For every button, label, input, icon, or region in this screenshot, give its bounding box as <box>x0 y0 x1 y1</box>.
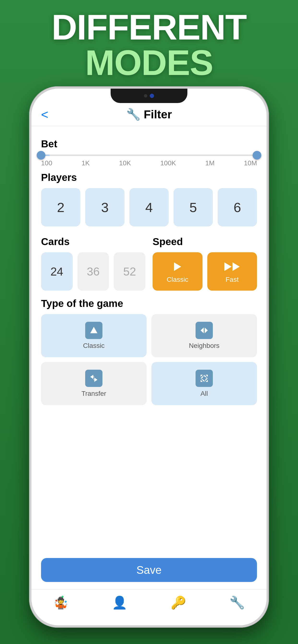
tick-1k: 1K <box>82 159 90 167</box>
tab-item-jester[interactable]: 🤹 <box>32 594 90 611</box>
game-type-transfer[interactable]: Transfer <box>41 362 146 405</box>
all-icon <box>196 370 213 387</box>
slider-thumb-right[interactable] <box>253 151 261 160</box>
card-count-row: 24 36 52 <box>41 252 145 290</box>
svg-marker-2 <box>205 328 208 333</box>
game-type-all[interactable]: All <box>152 362 257 405</box>
speed-row: Classic Fast <box>153 252 257 290</box>
slider-thumb-left[interactable] <box>37 151 45 160</box>
tick-1m: 1M <box>205 159 215 167</box>
speed-col: Speed Classic <box>153 231 257 290</box>
all-type-label: All <box>200 390 208 398</box>
back-button[interactable]: < <box>41 107 48 122</box>
bet-slider[interactable]: 100 1K 10K 100K 1M 10M <box>41 154 257 167</box>
player-6[interactable]: 6 <box>218 188 257 226</box>
cards-col: Cards 24 36 52 <box>41 231 145 290</box>
tick-100: 100 <box>41 159 52 167</box>
save-btn-container: Save <box>32 553 266 589</box>
key-icon: 🔑 <box>170 594 187 611</box>
neighbors-icon <box>196 322 213 339</box>
player-2[interactable]: 2 <box>41 188 80 226</box>
cards-label: Cards <box>41 236 145 248</box>
speed-label: Speed <box>153 236 257 248</box>
header-line1: DIFFERENT <box>0 10 298 45</box>
slider-track <box>41 154 257 156</box>
transfer-type-label: Transfer <box>81 390 106 398</box>
speed-classic[interactable]: Classic <box>153 252 203 290</box>
phone-frame: < 🔧 Filter Bet 100 1K 10K <box>29 86 269 628</box>
transfer-icon <box>85 370 102 387</box>
fast-forward-icon <box>225 260 239 274</box>
scroll-area: Bet 100 1K 10K 100K 1M 10M <box>32 126 266 553</box>
player-4[interactable]: 4 <box>129 188 169 226</box>
tab-item-wrench[interactable]: 🔧 <box>208 594 266 611</box>
svg-marker-4 <box>94 378 97 382</box>
tab-item-person[interactable]: 👤 <box>90 594 149 611</box>
tick-100k: 100K <box>160 159 176 167</box>
player-5[interactable]: 5 <box>174 188 213 226</box>
wrench-icon: 🔧 <box>229 594 246 611</box>
tick-10k: 10K <box>119 159 131 167</box>
page-title: 🔧 Filter <box>126 108 172 121</box>
card-24[interactable]: 24 <box>41 252 73 290</box>
header-line2: MODES <box>0 45 298 80</box>
cards-speed-row: Cards 24 36 52 Speed <box>41 231 257 290</box>
neighbors-type-label: Neighbors <box>189 342 220 350</box>
save-button[interactable]: Save <box>41 558 257 582</box>
card-36[interactable]: 36 <box>77 252 109 290</box>
svg-marker-1 <box>201 328 204 333</box>
game-type-grid: Classic Neighbors <box>41 314 257 405</box>
tick-10m: 10M <box>244 159 257 167</box>
slider-labels: 100 1K 10K 100K 1M 10M <box>41 159 257 167</box>
players-label: Players <box>41 172 257 183</box>
classic-type-label: Classic <box>83 342 105 350</box>
classic-play-icon <box>170 260 185 274</box>
classic-label: Classic <box>167 276 188 284</box>
notch <box>111 89 187 103</box>
tab-bar: 🤹 👤 🔑 🔧 <box>32 589 266 625</box>
classic-icon <box>85 322 102 339</box>
notch-speaker <box>144 94 147 98</box>
game-type-label: Type of the game <box>41 298 257 309</box>
svg-marker-0 <box>90 327 97 333</box>
game-type-neighbors[interactable]: Neighbors <box>152 314 257 357</box>
card-52[interactable]: 52 <box>114 252 145 290</box>
bet-label: Bet <box>41 138 257 150</box>
speed-fast[interactable]: Fast <box>207 252 257 290</box>
players-row: 2 3 4 5 6 <box>41 188 257 226</box>
jester-icon: 🤹 <box>53 594 69 611</box>
person-icon: 👤 <box>111 594 128 611</box>
tab-item-key[interactable]: 🔑 <box>149 594 208 611</box>
game-type-classic[interactable]: Classic <box>41 314 146 357</box>
notch-camera <box>150 94 154 98</box>
svg-marker-3 <box>90 375 93 379</box>
fast-label: Fast <box>226 276 238 284</box>
player-3[interactable]: 3 <box>85 188 124 226</box>
